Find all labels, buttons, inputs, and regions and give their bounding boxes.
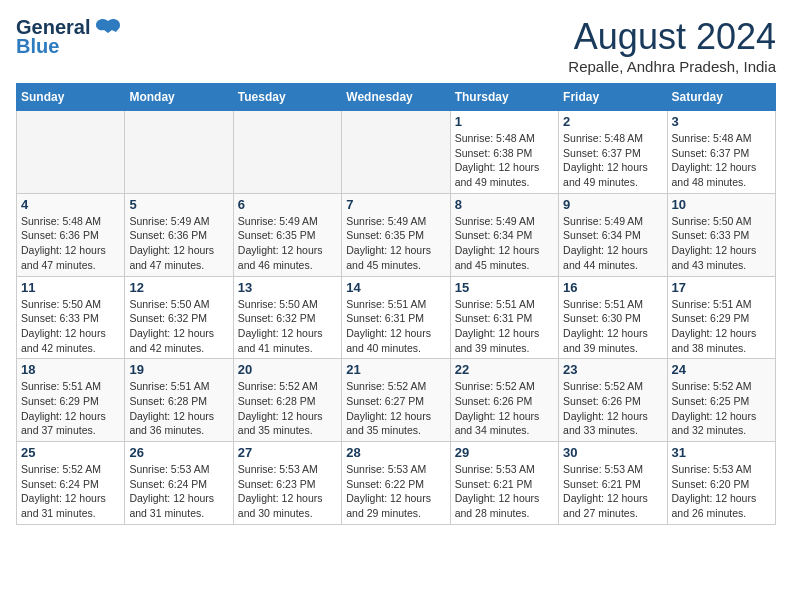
day-info: Sunrise: 5:51 AMSunset: 6:30 PMDaylight:…: [563, 297, 662, 356]
calendar-week-5: 25Sunrise: 5:52 AMSunset: 6:24 PMDayligh…: [17, 442, 776, 525]
day-info: Sunrise: 5:53 AMSunset: 6:23 PMDaylight:…: [238, 462, 337, 521]
calendar-cell: 13Sunrise: 5:50 AMSunset: 6:32 PMDayligh…: [233, 276, 341, 359]
calendar-week-3: 11Sunrise: 5:50 AMSunset: 6:33 PMDayligh…: [17, 276, 776, 359]
day-info: Sunrise: 5:49 AMSunset: 6:36 PMDaylight:…: [129, 214, 228, 273]
day-info: Sunrise: 5:48 AMSunset: 6:37 PMDaylight:…: [672, 131, 771, 190]
day-number: 25: [21, 445, 120, 460]
day-info: Sunrise: 5:53 AMSunset: 6:21 PMDaylight:…: [455, 462, 554, 521]
calendar-cell: 2Sunrise: 5:48 AMSunset: 6:37 PMDaylight…: [559, 111, 667, 194]
calendar-cell: 3Sunrise: 5:48 AMSunset: 6:37 PMDaylight…: [667, 111, 775, 194]
day-number: 19: [129, 362, 228, 377]
day-number: 1: [455, 114, 554, 129]
day-number: 15: [455, 280, 554, 295]
col-header-wednesday: Wednesday: [342, 84, 450, 111]
calendar-cell: 15Sunrise: 5:51 AMSunset: 6:31 PMDayligh…: [450, 276, 558, 359]
logo-bird-icon: [94, 17, 122, 39]
calendar-cell: 9Sunrise: 5:49 AMSunset: 6:34 PMDaylight…: [559, 193, 667, 276]
day-number: 13: [238, 280, 337, 295]
day-number: 3: [672, 114, 771, 129]
day-info: Sunrise: 5:52 AMSunset: 6:24 PMDaylight:…: [21, 462, 120, 521]
day-number: 27: [238, 445, 337, 460]
day-number: 7: [346, 197, 445, 212]
page-header: General Blue August 2024 Repalle, Andhra…: [16, 16, 776, 75]
location-subtitle: Repalle, Andhra Pradesh, India: [568, 58, 776, 75]
day-number: 16: [563, 280, 662, 295]
day-info: Sunrise: 5:50 AMSunset: 6:33 PMDaylight:…: [21, 297, 120, 356]
day-info: Sunrise: 5:53 AMSunset: 6:24 PMDaylight:…: [129, 462, 228, 521]
logo: General Blue: [16, 16, 122, 58]
day-number: 23: [563, 362, 662, 377]
day-number: 20: [238, 362, 337, 377]
calendar-cell: 26Sunrise: 5:53 AMSunset: 6:24 PMDayligh…: [125, 442, 233, 525]
day-info: Sunrise: 5:52 AMSunset: 6:25 PMDaylight:…: [672, 379, 771, 438]
col-header-thursday: Thursday: [450, 84, 558, 111]
day-info: Sunrise: 5:51 AMSunset: 6:28 PMDaylight:…: [129, 379, 228, 438]
calendar-cell: 19Sunrise: 5:51 AMSunset: 6:28 PMDayligh…: [125, 359, 233, 442]
col-header-monday: Monday: [125, 84, 233, 111]
day-number: 26: [129, 445, 228, 460]
calendar-cell: [125, 111, 233, 194]
calendar-cell: 14Sunrise: 5:51 AMSunset: 6:31 PMDayligh…: [342, 276, 450, 359]
day-number: 30: [563, 445, 662, 460]
calendar-week-1: 1Sunrise: 5:48 AMSunset: 6:38 PMDaylight…: [17, 111, 776, 194]
calendar-cell: 27Sunrise: 5:53 AMSunset: 6:23 PMDayligh…: [233, 442, 341, 525]
day-number: 24: [672, 362, 771, 377]
calendar-cell: 12Sunrise: 5:50 AMSunset: 6:32 PMDayligh…: [125, 276, 233, 359]
calendar-cell: 17Sunrise: 5:51 AMSunset: 6:29 PMDayligh…: [667, 276, 775, 359]
day-info: Sunrise: 5:51 AMSunset: 6:29 PMDaylight:…: [672, 297, 771, 356]
col-header-sunday: Sunday: [17, 84, 125, 111]
calendar-cell: 10Sunrise: 5:50 AMSunset: 6:33 PMDayligh…: [667, 193, 775, 276]
calendar-week-4: 18Sunrise: 5:51 AMSunset: 6:29 PMDayligh…: [17, 359, 776, 442]
day-info: Sunrise: 5:52 AMSunset: 6:27 PMDaylight:…: [346, 379, 445, 438]
day-number: 2: [563, 114, 662, 129]
day-info: Sunrise: 5:53 AMSunset: 6:20 PMDaylight:…: [672, 462, 771, 521]
calendar-week-2: 4Sunrise: 5:48 AMSunset: 6:36 PMDaylight…: [17, 193, 776, 276]
day-number: 21: [346, 362, 445, 377]
day-number: 22: [455, 362, 554, 377]
day-info: Sunrise: 5:48 AMSunset: 6:38 PMDaylight:…: [455, 131, 554, 190]
title-block: August 2024 Repalle, Andhra Pradesh, Ind…: [568, 16, 776, 75]
logo-blue-text: Blue: [16, 35, 59, 58]
day-info: Sunrise: 5:52 AMSunset: 6:26 PMDaylight:…: [455, 379, 554, 438]
month-year-title: August 2024: [568, 16, 776, 58]
day-info: Sunrise: 5:51 AMSunset: 6:29 PMDaylight:…: [21, 379, 120, 438]
calendar-cell: [342, 111, 450, 194]
day-number: 6: [238, 197, 337, 212]
calendar-cell: 1Sunrise: 5:48 AMSunset: 6:38 PMDaylight…: [450, 111, 558, 194]
calendar-cell: 20Sunrise: 5:52 AMSunset: 6:28 PMDayligh…: [233, 359, 341, 442]
col-header-friday: Friday: [559, 84, 667, 111]
calendar-cell: 6Sunrise: 5:49 AMSunset: 6:35 PMDaylight…: [233, 193, 341, 276]
day-number: 31: [672, 445, 771, 460]
col-header-tuesday: Tuesday: [233, 84, 341, 111]
calendar-cell: 16Sunrise: 5:51 AMSunset: 6:30 PMDayligh…: [559, 276, 667, 359]
day-number: 11: [21, 280, 120, 295]
day-number: 18: [21, 362, 120, 377]
day-info: Sunrise: 5:49 AMSunset: 6:34 PMDaylight:…: [563, 214, 662, 273]
calendar-cell: [233, 111, 341, 194]
day-info: Sunrise: 5:50 AMSunset: 6:33 PMDaylight:…: [672, 214, 771, 273]
calendar-cell: 23Sunrise: 5:52 AMSunset: 6:26 PMDayligh…: [559, 359, 667, 442]
calendar-cell: 7Sunrise: 5:49 AMSunset: 6:35 PMDaylight…: [342, 193, 450, 276]
day-info: Sunrise: 5:49 AMSunset: 6:35 PMDaylight:…: [238, 214, 337, 273]
day-number: 28: [346, 445, 445, 460]
calendar-cell: 11Sunrise: 5:50 AMSunset: 6:33 PMDayligh…: [17, 276, 125, 359]
calendar-cell: 21Sunrise: 5:52 AMSunset: 6:27 PMDayligh…: [342, 359, 450, 442]
calendar-cell: 24Sunrise: 5:52 AMSunset: 6:25 PMDayligh…: [667, 359, 775, 442]
day-info: Sunrise: 5:51 AMSunset: 6:31 PMDaylight:…: [346, 297, 445, 356]
day-number: 10: [672, 197, 771, 212]
calendar-cell: 30Sunrise: 5:53 AMSunset: 6:21 PMDayligh…: [559, 442, 667, 525]
calendar-cell: 5Sunrise: 5:49 AMSunset: 6:36 PMDaylight…: [125, 193, 233, 276]
calendar-cell: 18Sunrise: 5:51 AMSunset: 6:29 PMDayligh…: [17, 359, 125, 442]
day-number: 5: [129, 197, 228, 212]
calendar-cell: 31Sunrise: 5:53 AMSunset: 6:20 PMDayligh…: [667, 442, 775, 525]
calendar-cell: 4Sunrise: 5:48 AMSunset: 6:36 PMDaylight…: [17, 193, 125, 276]
day-info: Sunrise: 5:52 AMSunset: 6:26 PMDaylight:…: [563, 379, 662, 438]
day-info: Sunrise: 5:48 AMSunset: 6:36 PMDaylight:…: [21, 214, 120, 273]
calendar-cell: 25Sunrise: 5:52 AMSunset: 6:24 PMDayligh…: [17, 442, 125, 525]
day-info: Sunrise: 5:53 AMSunset: 6:22 PMDaylight:…: [346, 462, 445, 521]
day-info: Sunrise: 5:50 AMSunset: 6:32 PMDaylight:…: [238, 297, 337, 356]
day-number: 17: [672, 280, 771, 295]
day-info: Sunrise: 5:53 AMSunset: 6:21 PMDaylight:…: [563, 462, 662, 521]
calendar-cell: 28Sunrise: 5:53 AMSunset: 6:22 PMDayligh…: [342, 442, 450, 525]
day-number: 12: [129, 280, 228, 295]
